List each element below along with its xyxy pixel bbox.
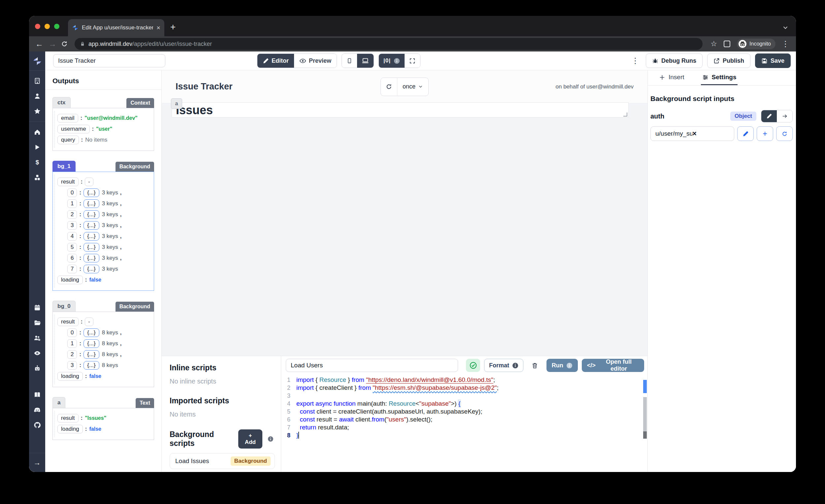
open-full-editor-button[interactable]: </> Open full editor xyxy=(582,359,644,372)
code-line[interactable]: 5 const client = createClient(auth.supab… xyxy=(281,408,648,416)
output-tab-bg_1[interactable]: bg_1 xyxy=(53,161,76,172)
expand-object-pill[interactable]: {...} xyxy=(83,199,99,208)
code-line[interactable]: 2import { createClient } from "https://e… xyxy=(281,384,648,392)
array-index-pill[interactable]: 7 xyxy=(67,265,77,273)
code-editor[interactable]: 1import { Resource } from "https://deno.… xyxy=(281,375,648,472)
code-line[interactable]: 6 const result = await client.from("user… xyxy=(281,416,648,424)
collapse-toggle[interactable]: - xyxy=(85,317,93,326)
home-icon[interactable] xyxy=(29,125,45,140)
expand-object-pill[interactable]: {...} xyxy=(83,254,99,263)
array-index-pill[interactable]: 0 xyxy=(67,329,77,337)
output-key-pill[interactable]: loading xyxy=(57,425,83,433)
expand-object-pill[interactable]: {...} xyxy=(83,350,99,359)
expand-object-pill[interactable]: {...} xyxy=(83,265,99,273)
resize-handle[interactable] xyxy=(623,113,627,117)
tab-search-chevron-icon[interactable] xyxy=(782,24,789,31)
new-tab-button[interactable]: + xyxy=(170,22,175,32)
more-options-icon[interactable]: ⋮ xyxy=(629,56,641,65)
back-button[interactable]: ← xyxy=(34,39,45,49)
close-tab-icon[interactable]: × xyxy=(156,24,160,32)
user-group-icon[interactable] xyxy=(29,331,45,346)
output-key-pill[interactable]: result xyxy=(57,414,79,423)
tab-settings[interactable]: Settings xyxy=(701,70,738,85)
tab-groups-icon[interactable] xyxy=(724,41,730,47)
zoom-window-button[interactable] xyxy=(54,24,59,29)
add-resource-button[interactable]: + xyxy=(757,126,773,141)
resource-picker-input[interactable]: u/user/my_sup... × xyxy=(651,126,734,141)
building-icon[interactable] xyxy=(29,73,45,88)
github-icon[interactable] xyxy=(29,418,45,433)
format-button[interactable]: Format xyxy=(484,359,523,372)
output-key-pill[interactable]: username xyxy=(57,125,90,133)
array-index-pill[interactable]: 3 xyxy=(67,361,77,370)
array-index-pill[interactable]: 0 xyxy=(67,189,77,197)
mobile-view-button[interactable] xyxy=(342,54,357,68)
expand-object-pill[interactable]: {...} xyxy=(83,243,99,251)
code-line[interactable]: 7 return result.data; xyxy=(281,424,648,431)
edit-resource-button[interactable] xyxy=(737,126,754,141)
code-line[interactable]: 1import { Resource } from "https://deno.… xyxy=(281,376,648,384)
tab-insert[interactable]: Insert xyxy=(658,70,686,85)
hide-outputs-button[interactable]: |0| xyxy=(379,54,404,68)
array-index-pill[interactable]: 5 xyxy=(67,243,77,251)
code-line[interactable]: 3 xyxy=(281,392,648,400)
output-key-pill[interactable]: loading xyxy=(57,372,83,380)
collapse-rail-button[interactable]: → xyxy=(29,453,45,472)
editor-overview-ruler[interactable] xyxy=(642,375,647,472)
component-id-tag[interactable]: a xyxy=(171,98,182,109)
array-index-pill[interactable]: 1 xyxy=(67,199,77,208)
clear-resource-icon[interactable]: × xyxy=(692,129,729,138)
run-button[interactable]: Run xyxy=(546,359,578,372)
eye-icon[interactable] xyxy=(29,346,45,361)
cubes-icon[interactable] xyxy=(29,170,45,185)
windmill-logo[interactable] xyxy=(29,52,45,71)
person-icon[interactable] xyxy=(29,88,45,103)
browser-menu-icon[interactable]: ⋮ xyxy=(781,39,790,49)
book-icon[interactable] xyxy=(29,387,45,402)
array-index-pill[interactable]: 6 xyxy=(67,254,77,263)
output-key-pill[interactable]: email xyxy=(57,114,78,123)
expand-object-pill[interactable]: {...} xyxy=(83,339,99,348)
code-line[interactable]: 4export async function main(auth: Resour… xyxy=(281,400,648,408)
output-key-pill[interactable]: query xyxy=(57,136,79,144)
output-key-pill[interactable]: result xyxy=(57,177,79,186)
star-filled-icon[interactable] xyxy=(29,103,45,119)
array-index-pill[interactable]: 3 xyxy=(67,221,77,230)
play-icon[interactable] xyxy=(29,140,45,155)
forward-button[interactable]: → xyxy=(47,39,58,49)
code-line[interactable]: 8} xyxy=(281,431,648,439)
fullscreen-button[interactable] xyxy=(404,54,420,68)
expand-object-pill[interactable]: {...} xyxy=(83,361,99,370)
folder-icon[interactable] xyxy=(29,315,45,331)
array-index-pill[interactable]: 1 xyxy=(67,339,77,348)
array-index-pill[interactable]: 2 xyxy=(67,210,77,219)
reload-button[interactable] xyxy=(60,40,69,48)
robot-icon[interactable] xyxy=(29,361,45,376)
bookmark-star-icon[interactable]: ☆ xyxy=(710,40,717,48)
editor-mode-button[interactable]: Editor xyxy=(257,54,294,68)
expand-object-pill[interactable]: {...} xyxy=(83,221,99,230)
refresh-app-button[interactable] xyxy=(381,78,397,96)
output-key-pill[interactable]: loading xyxy=(57,276,83,284)
expand-object-pill[interactable]: {...} xyxy=(83,329,99,337)
text-component[interactable]: a Issues xyxy=(172,102,629,118)
browser-tab[interactable]: Edit App u/user/issue-tracker | × xyxy=(68,19,164,36)
discord-icon[interactable] xyxy=(29,402,45,418)
close-window-button[interactable] xyxy=(35,24,40,29)
output-key-pill[interactable]: result xyxy=(57,317,79,326)
add-background-script-button[interactable]: + Add xyxy=(238,429,263,448)
dollar-icon[interactable]: $ xyxy=(29,155,45,170)
output-tab-a[interactable]: a xyxy=(53,397,65,408)
app-name-input[interactable] xyxy=(53,54,165,67)
calendar-icon[interactable] xyxy=(29,300,45,315)
connect-input-button[interactable] xyxy=(777,110,792,122)
debug-runs-button[interactable]: Debug Runs xyxy=(646,54,702,68)
static-input-button[interactable] xyxy=(761,110,777,122)
desktop-view-button[interactable] xyxy=(357,54,374,68)
delete-script-button[interactable] xyxy=(527,359,542,372)
expand-object-pill[interactable]: {...} xyxy=(83,232,99,240)
refresh-mode-dropdown[interactable]: once xyxy=(397,83,428,90)
minimize-window-button[interactable] xyxy=(45,24,50,29)
publish-button[interactable]: Publish xyxy=(707,54,750,68)
preview-mode-button[interactable]: Preview xyxy=(294,54,336,68)
